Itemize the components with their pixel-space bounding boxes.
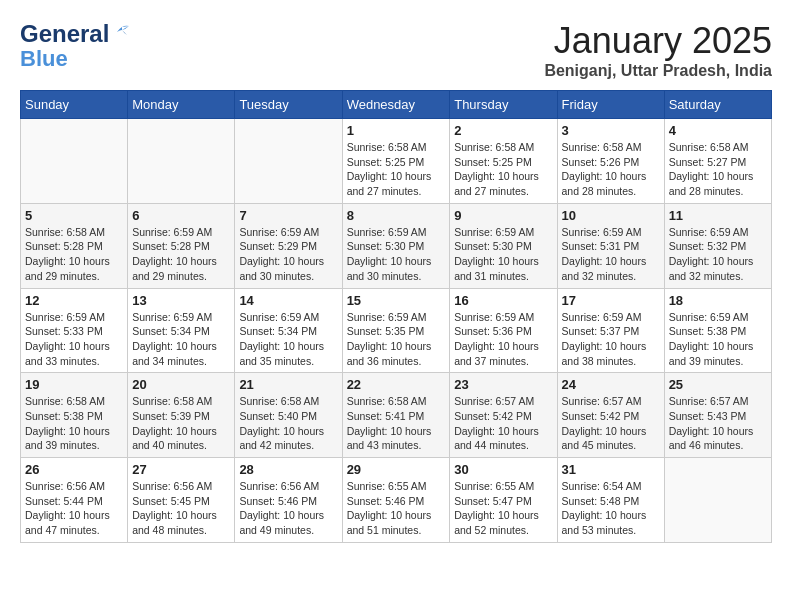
day-info: Sunrise: 6:55 AM Sunset: 5:47 PM Dayligh… bbox=[454, 479, 552, 538]
day-of-week-sunday: Sunday bbox=[21, 91, 128, 119]
calendar-cell: 16Sunrise: 6:59 AM Sunset: 5:36 PM Dayli… bbox=[450, 288, 557, 373]
calendar-cell bbox=[128, 119, 235, 204]
calendar-cell: 27Sunrise: 6:56 AM Sunset: 5:45 PM Dayli… bbox=[128, 458, 235, 543]
day-info: Sunrise: 6:59 AM Sunset: 5:30 PM Dayligh… bbox=[347, 225, 446, 284]
day-number: 1 bbox=[347, 123, 446, 138]
calendar-cell: 22Sunrise: 6:58 AM Sunset: 5:41 PM Dayli… bbox=[342, 373, 450, 458]
calendar-cell: 26Sunrise: 6:56 AM Sunset: 5:44 PM Dayli… bbox=[21, 458, 128, 543]
calendar-cell: 14Sunrise: 6:59 AM Sunset: 5:34 PM Dayli… bbox=[235, 288, 342, 373]
day-info: Sunrise: 6:58 AM Sunset: 5:38 PM Dayligh… bbox=[25, 394, 123, 453]
calendar-week-row: 12Sunrise: 6:59 AM Sunset: 5:33 PM Dayli… bbox=[21, 288, 772, 373]
day-of-week-friday: Friday bbox=[557, 91, 664, 119]
day-info: Sunrise: 6:59 AM Sunset: 5:31 PM Dayligh… bbox=[562, 225, 660, 284]
day-number: 3 bbox=[562, 123, 660, 138]
calendar-cell bbox=[21, 119, 128, 204]
calendar-header-row: SundayMondayTuesdayWednesdayThursdayFrid… bbox=[21, 91, 772, 119]
day-number: 24 bbox=[562, 377, 660, 392]
day-of-week-thursday: Thursday bbox=[450, 91, 557, 119]
day-number: 22 bbox=[347, 377, 446, 392]
day-info: Sunrise: 6:58 AM Sunset: 5:27 PM Dayligh… bbox=[669, 140, 767, 199]
day-info: Sunrise: 6:59 AM Sunset: 5:29 PM Dayligh… bbox=[239, 225, 337, 284]
page-header: General Blue January 2025 Beniganj, Utta… bbox=[20, 20, 772, 80]
day-info: Sunrise: 6:56 AM Sunset: 5:45 PM Dayligh… bbox=[132, 479, 230, 538]
day-info: Sunrise: 6:59 AM Sunset: 5:32 PM Dayligh… bbox=[669, 225, 767, 284]
calendar-cell: 5Sunrise: 6:58 AM Sunset: 5:28 PM Daylig… bbox=[21, 203, 128, 288]
day-number: 11 bbox=[669, 208, 767, 223]
day-info: Sunrise: 6:57 AM Sunset: 5:42 PM Dayligh… bbox=[454, 394, 552, 453]
calendar-cell: 29Sunrise: 6:55 AM Sunset: 5:46 PM Dayli… bbox=[342, 458, 450, 543]
day-info: Sunrise: 6:55 AM Sunset: 5:46 PM Dayligh… bbox=[347, 479, 446, 538]
day-number: 15 bbox=[347, 293, 446, 308]
logo: General Blue bbox=[20, 20, 133, 70]
day-info: Sunrise: 6:57 AM Sunset: 5:42 PM Dayligh… bbox=[562, 394, 660, 453]
day-number: 9 bbox=[454, 208, 552, 223]
calendar-cell: 4Sunrise: 6:58 AM Sunset: 5:27 PM Daylig… bbox=[664, 119, 771, 204]
day-info: Sunrise: 6:59 AM Sunset: 5:36 PM Dayligh… bbox=[454, 310, 552, 369]
day-number: 6 bbox=[132, 208, 230, 223]
calendar-week-row: 19Sunrise: 6:58 AM Sunset: 5:38 PM Dayli… bbox=[21, 373, 772, 458]
day-info: Sunrise: 6:56 AM Sunset: 5:44 PM Dayligh… bbox=[25, 479, 123, 538]
day-info: Sunrise: 6:59 AM Sunset: 5:37 PM Dayligh… bbox=[562, 310, 660, 369]
day-number: 23 bbox=[454, 377, 552, 392]
day-info: Sunrise: 6:59 AM Sunset: 5:35 PM Dayligh… bbox=[347, 310, 446, 369]
day-number: 2 bbox=[454, 123, 552, 138]
day-info: Sunrise: 6:59 AM Sunset: 5:30 PM Dayligh… bbox=[454, 225, 552, 284]
day-number: 21 bbox=[239, 377, 337, 392]
calendar-cell: 8Sunrise: 6:59 AM Sunset: 5:30 PM Daylig… bbox=[342, 203, 450, 288]
day-number: 17 bbox=[562, 293, 660, 308]
calendar-cell: 10Sunrise: 6:59 AM Sunset: 5:31 PM Dayli… bbox=[557, 203, 664, 288]
day-info: Sunrise: 6:59 AM Sunset: 5:38 PM Dayligh… bbox=[669, 310, 767, 369]
day-number: 27 bbox=[132, 462, 230, 477]
calendar-cell: 2Sunrise: 6:58 AM Sunset: 5:25 PM Daylig… bbox=[450, 119, 557, 204]
day-number: 10 bbox=[562, 208, 660, 223]
calendar-cell: 3Sunrise: 6:58 AM Sunset: 5:26 PM Daylig… bbox=[557, 119, 664, 204]
calendar-cell: 21Sunrise: 6:58 AM Sunset: 5:40 PM Dayli… bbox=[235, 373, 342, 458]
day-number: 30 bbox=[454, 462, 552, 477]
day-info: Sunrise: 6:58 AM Sunset: 5:39 PM Dayligh… bbox=[132, 394, 230, 453]
day-info: Sunrise: 6:59 AM Sunset: 5:28 PM Dayligh… bbox=[132, 225, 230, 284]
calendar-week-row: 26Sunrise: 6:56 AM Sunset: 5:44 PM Dayli… bbox=[21, 458, 772, 543]
day-number: 28 bbox=[239, 462, 337, 477]
day-of-week-wednesday: Wednesday bbox=[342, 91, 450, 119]
calendar-cell: 23Sunrise: 6:57 AM Sunset: 5:42 PM Dayli… bbox=[450, 373, 557, 458]
calendar-cell bbox=[664, 458, 771, 543]
day-info: Sunrise: 6:59 AM Sunset: 5:34 PM Dayligh… bbox=[239, 310, 337, 369]
day-number: 31 bbox=[562, 462, 660, 477]
day-info: Sunrise: 6:57 AM Sunset: 5:43 PM Dayligh… bbox=[669, 394, 767, 453]
day-info: Sunrise: 6:58 AM Sunset: 5:28 PM Dayligh… bbox=[25, 225, 123, 284]
day-number: 29 bbox=[347, 462, 446, 477]
calendar-cell bbox=[235, 119, 342, 204]
day-info: Sunrise: 6:54 AM Sunset: 5:48 PM Dayligh… bbox=[562, 479, 660, 538]
calendar-cell: 11Sunrise: 6:59 AM Sunset: 5:32 PM Dayli… bbox=[664, 203, 771, 288]
calendar-cell: 6Sunrise: 6:59 AM Sunset: 5:28 PM Daylig… bbox=[128, 203, 235, 288]
calendar-cell: 28Sunrise: 6:56 AM Sunset: 5:46 PM Dayli… bbox=[235, 458, 342, 543]
calendar-cell: 15Sunrise: 6:59 AM Sunset: 5:35 PM Dayli… bbox=[342, 288, 450, 373]
day-number: 19 bbox=[25, 377, 123, 392]
calendar-cell: 1Sunrise: 6:58 AM Sunset: 5:25 PM Daylig… bbox=[342, 119, 450, 204]
calendar-cell: 24Sunrise: 6:57 AM Sunset: 5:42 PM Dayli… bbox=[557, 373, 664, 458]
day-number: 26 bbox=[25, 462, 123, 477]
day-info: Sunrise: 6:58 AM Sunset: 5:25 PM Dayligh… bbox=[454, 140, 552, 199]
day-number: 16 bbox=[454, 293, 552, 308]
day-number: 7 bbox=[239, 208, 337, 223]
calendar-cell: 13Sunrise: 6:59 AM Sunset: 5:34 PM Dayli… bbox=[128, 288, 235, 373]
logo-general: General bbox=[20, 20, 109, 48]
calendar-week-row: 5Sunrise: 6:58 AM Sunset: 5:28 PM Daylig… bbox=[21, 203, 772, 288]
day-number: 18 bbox=[669, 293, 767, 308]
calendar-cell: 9Sunrise: 6:59 AM Sunset: 5:30 PM Daylig… bbox=[450, 203, 557, 288]
calendar-cell: 17Sunrise: 6:59 AM Sunset: 5:37 PM Dayli… bbox=[557, 288, 664, 373]
calendar-cell: 18Sunrise: 6:59 AM Sunset: 5:38 PM Dayli… bbox=[664, 288, 771, 373]
day-number: 20 bbox=[132, 377, 230, 392]
calendar-cell: 20Sunrise: 6:58 AM Sunset: 5:39 PM Dayli… bbox=[128, 373, 235, 458]
calendar-cell: 7Sunrise: 6:59 AM Sunset: 5:29 PM Daylig… bbox=[235, 203, 342, 288]
day-number: 12 bbox=[25, 293, 123, 308]
day-number: 13 bbox=[132, 293, 230, 308]
calendar-cell: 31Sunrise: 6:54 AM Sunset: 5:48 PM Dayli… bbox=[557, 458, 664, 543]
logo-blue: Blue bbox=[20, 48, 68, 70]
calendar-cell: 19Sunrise: 6:58 AM Sunset: 5:38 PM Dayli… bbox=[21, 373, 128, 458]
day-info: Sunrise: 6:59 AM Sunset: 5:33 PM Dayligh… bbox=[25, 310, 123, 369]
day-number: 8 bbox=[347, 208, 446, 223]
day-number: 4 bbox=[669, 123, 767, 138]
logo-bird-icon bbox=[111, 25, 133, 43]
calendar-cell: 25Sunrise: 6:57 AM Sunset: 5:43 PM Dayli… bbox=[664, 373, 771, 458]
